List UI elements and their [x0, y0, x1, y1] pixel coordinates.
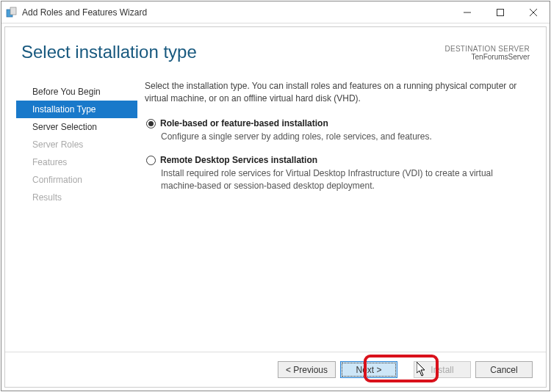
minimize-button[interactable] [450, 1, 483, 23]
svg-rect-3 [497, 9, 503, 15]
main-panel: Select the installation type. You can in… [137, 76, 530, 206]
destination-label: DESTINATION SERVER [444, 45, 530, 53]
svg-rect-1 [10, 7, 16, 15]
step-server-roles: Server Roles [16, 136, 137, 153]
wizard-footer: < Previous Next > Install Cancel [5, 352, 546, 387]
page-title: Select installation type [21, 42, 444, 62]
step-results: Results [16, 189, 137, 206]
app-icon [6, 7, 18, 18]
step-server-selection[interactable]: Server Selection [16, 118, 137, 136]
step-before-you-begin[interactable]: Before You Begin [16, 83, 137, 101]
intro-text: Select the installation type. You can in… [145, 80, 530, 106]
close-button[interactable] [516, 1, 550, 23]
radio-icon [146, 119, 156, 128]
wizard-window: Add Roles and Features Wizard Select ins… [1, 1, 550, 391]
step-installation-type[interactable]: Installation Type [16, 101, 137, 118]
content-area: Select installation type DESTINATION SER… [4, 26, 547, 388]
maximize-button[interactable] [483, 1, 516, 23]
option-description: Configure a single server by adding role… [161, 131, 530, 143]
option-label: Remote Desktop Services installation [160, 154, 317, 167]
option-description: Install required role services for Virtu… [161, 167, 530, 193]
titlebar: Add Roles and Features Wizard [1, 1, 550, 23]
option-label: Role-based or feature-based installation [160, 117, 328, 130]
installation-type-options: Role-based or feature-based installation… [145, 117, 530, 193]
destination-server: TenForumsServer [444, 53, 530, 61]
destination-block: DESTINATION SERVER TenForumsServer [444, 45, 530, 61]
previous-button[interactable]: < Previous [278, 361, 336, 378]
install-button: Install [414, 361, 471, 378]
window-title: Add Roles and Features Wizard [22, 7, 450, 18]
radio-icon [146, 156, 156, 165]
wizard-steps-sidebar: Before You Begin Installation Type Serve… [5, 76, 137, 206]
step-confirmation: Confirmation [16, 171, 137, 189]
step-features: Features [16, 153, 137, 171]
next-button[interactable]: Next > [340, 361, 397, 378]
cancel-button[interactable]: Cancel [475, 361, 533, 378]
page-header: Select installation type DESTINATION SER… [5, 27, 546, 70]
body: Before You Begin Installation Type Serve… [5, 70, 546, 206]
option-remote-desktop[interactable]: Remote Desktop Services installation Ins… [145, 154, 530, 193]
option-role-based[interactable]: Role-based or feature-based installation… [145, 117, 530, 144]
window-controls [450, 1, 550, 23]
